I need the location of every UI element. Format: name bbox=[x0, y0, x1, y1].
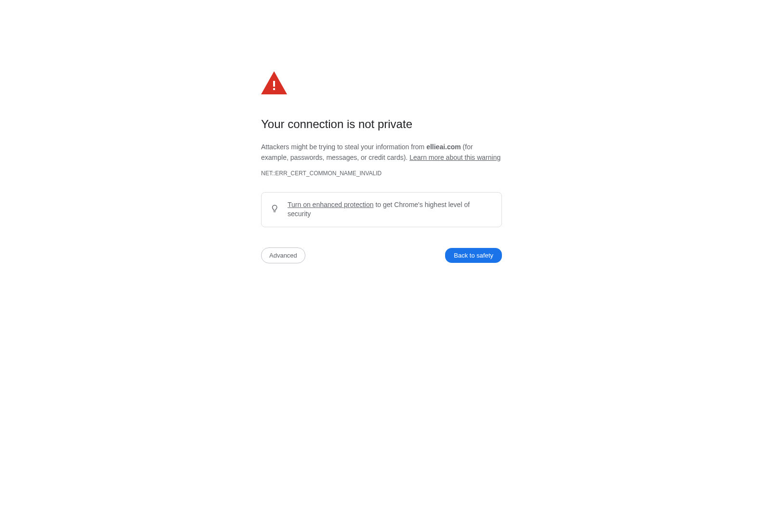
domain-name: ellieai.com bbox=[426, 143, 461, 151]
error-code: NET::ERR_CERT_COMMON_NAME_INVALID bbox=[261, 170, 502, 177]
page-title: Your connection is not private bbox=[261, 117, 502, 131]
description-prefix: Attackers might be trying to steal your … bbox=[261, 143, 426, 151]
tip-text: Turn on enhanced protection to get Chrom… bbox=[288, 200, 493, 219]
button-row: Advanced Back to safety bbox=[261, 247, 502, 263]
svg-rect-0 bbox=[273, 81, 275, 87]
warning-triangle-icon bbox=[261, 71, 502, 96]
learn-more-link[interactable]: Learn more about this warning bbox=[409, 154, 500, 161]
svg-rect-1 bbox=[273, 88, 275, 90]
enhanced-protection-link[interactable]: Turn on enhanced protection bbox=[288, 201, 374, 208]
warning-description: Attackers might be trying to steal your … bbox=[261, 142, 502, 163]
lightbulb-icon bbox=[270, 204, 279, 215]
enhanced-protection-tip: Turn on enhanced protection to get Chrom… bbox=[261, 192, 502, 227]
advanced-button[interactable]: Advanced bbox=[261, 247, 305, 263]
back-to-safety-button[interactable]: Back to safety bbox=[445, 248, 502, 263]
error-page-container: Your connection is not private Attackers… bbox=[261, 0, 502, 263]
